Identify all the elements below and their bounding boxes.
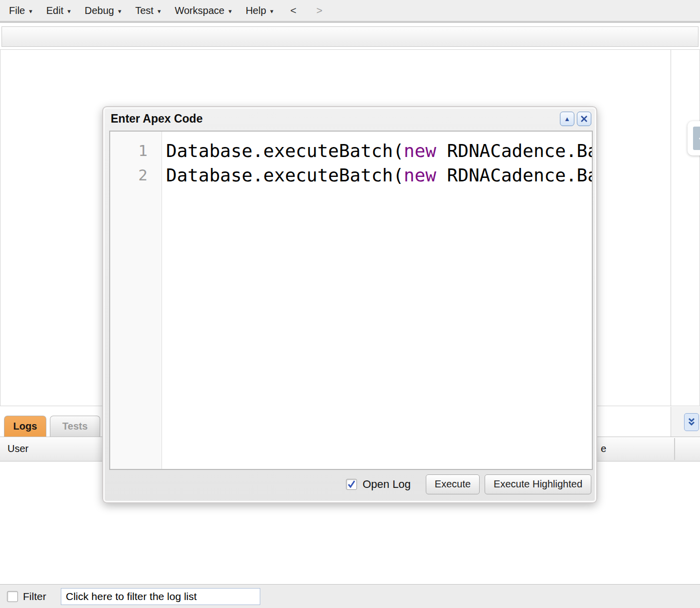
dialog-title-bar[interactable]: Enter Apex Code ▲ (103, 107, 596, 131)
menu-file[interactable]: File ▾ (2, 0, 39, 21)
checkmark-icon (347, 480, 356, 489)
tab-logs-label: Logs (13, 421, 37, 432)
caret-down-icon: ▾ (270, 6, 274, 15)
enter-apex-code-dialog: Enter Apex Code ▲ 1 2 Database.executeBa… (102, 106, 597, 503)
caret-down-icon: ▾ (228, 6, 232, 15)
column-header-partial: e (601, 443, 606, 455)
caret-down-icon: ▾ (158, 6, 161, 15)
dialog-title: Enter Apex Code (111, 112, 557, 126)
execute-button[interactable]: Execute (426, 474, 480, 494)
dialog-footer: Open Log Execute Execute Highlighted (109, 470, 591, 498)
menu-workspace[interactable]: Workspace ▾ (168, 0, 238, 21)
column-header-user: User (7, 443, 28, 455)
menu-file-label: File (9, 5, 25, 16)
line-number-gutter: 1 2 (110, 132, 162, 469)
menu-help-label: Help (246, 5, 266, 16)
caret-down-icon: ▾ (67, 6, 71, 15)
code-editor: 1 2 Database.executeBatch(new RDNACadenc… (109, 131, 593, 470)
keyword-new: new (404, 141, 436, 161)
expand-side-panel-button[interactable] (688, 121, 700, 155)
close-icon (580, 115, 588, 123)
code-input-area[interactable]: Database.executeBatch(new RDNACadence.Ba… (162, 132, 592, 469)
nav-forward-button[interactable]: > (307, 4, 333, 16)
code-text: Database.executeBatch( (166, 141, 404, 161)
filter-input[interactable] (61, 588, 260, 605)
filter-label: Filter (23, 591, 46, 603)
open-log-checkbox[interactable] (346, 479, 357, 490)
menu-test-label: Test (135, 5, 154, 16)
menu-debug-label: Debug (85, 5, 114, 16)
collapse-up-icon: ▲ (564, 116, 570, 122)
open-log-label: Open Log (362, 478, 411, 491)
menu-help[interactable]: Help ▾ (239, 0, 281, 21)
menu-edit[interactable]: Edit ▾ (39, 0, 78, 21)
right-panel-divider (671, 50, 671, 406)
tab-strip-right-section (671, 407, 700, 437)
code-text: RDNACadence.Ba (436, 141, 592, 161)
tab-logs[interactable]: Logs (4, 416, 46, 437)
execute-highlighted-button[interactable]: Execute Highlighted (485, 474, 591, 494)
filter-bar: Filter (0, 584, 700, 608)
menu-edit-label: Edit (46, 5, 63, 16)
nav-back-button[interactable]: < (280, 4, 306, 16)
caret-down-icon: ▾ (29, 6, 32, 15)
code-text: Database.executeBatch( (166, 165, 404, 185)
line-number: 2 (110, 163, 162, 187)
code-line: Database.executeBatch(new RDNACadence.Ba (166, 139, 592, 163)
open-log-group: Open Log (346, 478, 411, 491)
chevron-left-icon (693, 127, 700, 150)
code-text: RDNACadence.Ba (436, 165, 592, 185)
collapse-panel-button[interactable] (684, 413, 699, 431)
menu-workspace-label: Workspace (175, 5, 224, 16)
menu-bar: File ▾ Edit ▾ Debug ▾ Test ▾ Workspace ▾… (0, 0, 700, 23)
dialog-collapse-button[interactable]: ▲ (560, 112, 574, 126)
filter-checkbox[interactable] (7, 591, 18, 602)
tab-tests-label: Tests (62, 421, 88, 432)
caret-down-icon: ▾ (118, 6, 122, 15)
tab-tests[interactable]: Tests (50, 416, 100, 437)
toolbar-strip (1, 26, 699, 47)
dialog-close-button[interactable] (577, 112, 591, 126)
menu-test[interactable]: Test ▾ (128, 0, 168, 21)
line-number: 1 (110, 139, 162, 163)
column-divider (674, 438, 675, 460)
code-line: Database.executeBatch(new RDNACadence.Ba (166, 163, 592, 187)
keyword-new: new (404, 165, 436, 185)
menu-debug[interactable]: Debug ▾ (78, 0, 128, 21)
chevron-double-down-icon (687, 417, 697, 427)
